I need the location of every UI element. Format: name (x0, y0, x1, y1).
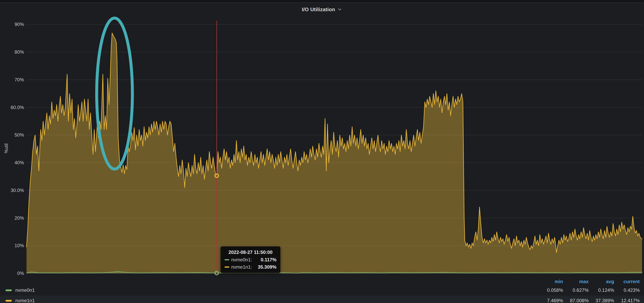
stat-current: 12.417% (614, 298, 640, 303)
legend-header-avg[interactable]: avg (588, 278, 614, 285)
y-axis-tick-40%: 40% (0, 160, 24, 166)
series-swatch-icon (224, 259, 229, 260)
y-axis-tick-60.0%: 60.0% (0, 104, 24, 110)
tooltip-series-value: 35.309% (258, 264, 276, 270)
tooltip-timestamp: 2022-08-27 11:50:00 (224, 250, 276, 255)
series-swatch-icon (224, 266, 229, 268)
stat-min: 7.469% (538, 298, 563, 303)
legend-header-max[interactable]: max (563, 278, 588, 285)
stat-max: 87.008% (563, 298, 588, 303)
time-series-chart (26, 20, 642, 273)
legend-item-nvme1n1[interactable]: nvme1n1 7.469% 87.008% 37.389% 12.417% (0, 296, 644, 303)
legend: min max avg current nvme0n1 0.058% 0.627… (0, 278, 644, 303)
legend-series-label: nvme1n1 (15, 298, 35, 303)
legend-series-stats: 0.058% 0.627% 0.124% 0.423% (538, 288, 644, 293)
series-color-marker-icon (6, 300, 12, 302)
legend-item-nvme0n1[interactable]: nvme0n1 0.058% 0.627% 0.124% 0.423% (0, 285, 644, 295)
legend-stat-headers: min max avg current (538, 278, 640, 285)
stat-min: 0.058% (538, 288, 563, 293)
y-axis-tick-70%: 70% (0, 77, 24, 83)
y-axis-tick-30.0%: 30.0% (0, 188, 24, 193)
chart-plot-area[interactable] (26, 20, 642, 273)
y-axis-tick-10%: 10% (0, 243, 24, 248)
dashboard-view: I/O Utilization %util 0%10%20%30.0%40%50… (0, 0, 644, 303)
tooltip-row-nvme1n1: nvme1n1: 35.309% (224, 264, 276, 270)
tooltip-series-label: nvme0n1: (231, 257, 252, 262)
y-axis-tick-0%: 0% (0, 270, 24, 276)
panel-title[interactable]: I/O Utilization (300, 6, 344, 13)
tooltip-series-label: nvme1n1: (231, 264, 252, 270)
legend-series-stats: 7.469% 87.008% 37.389% 12.417% (538, 298, 644, 303)
io-utilization-panel: I/O Utilization %util 0%10%20%30.0%40%50… (0, 2, 644, 303)
stat-current: 0.423% (614, 288, 640, 293)
chart-tooltip: 2022-08-27 11:50:00 nvme0n1: 0.117% nvme… (221, 246, 280, 273)
tooltip-series-value: 0.117% (261, 257, 276, 262)
stat-max: 0.627% (563, 288, 588, 293)
legend-header-min[interactable]: min (538, 278, 563, 285)
y-axis-tick-20%: 20% (0, 215, 24, 221)
stat-avg: 0.124% (588, 288, 614, 293)
y-axis-tick-50%: 50% (0, 132, 24, 138)
y-axis-unit-label: %util (4, 138, 10, 158)
tooltip-row-nvme0n1: nvme0n1: 0.117% (224, 257, 276, 262)
stat-avg: 37.389% (588, 298, 614, 303)
legend-header-current[interactable]: current (614, 278, 640, 285)
panel-header: I/O Utilization (0, 3, 644, 16)
series-color-marker-icon (6, 290, 12, 291)
chevron-down-icon (337, 7, 342, 12)
y-axis-tick-80%: 80% (0, 49, 24, 55)
legend-series-label: nvme0n1 (15, 288, 35, 293)
panel-title-text: I/O Utilization (302, 6, 335, 12)
y-axis-tick-90%: 90% (0, 22, 24, 27)
